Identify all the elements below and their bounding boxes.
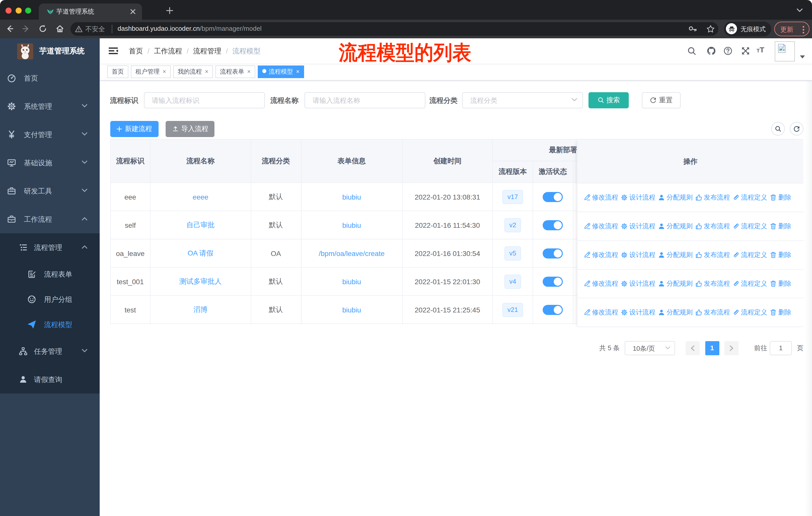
- tag-tenant[interactable]: 租户管理×: [131, 65, 171, 78]
- tag-home[interactable]: 首页: [107, 65, 128, 78]
- back-button[interactable]: [5, 24, 14, 33]
- action-assign-rule[interactable]: 分配规则: [658, 222, 693, 231]
- sidebar-item-user-group[interactable]: 用户分组: [0, 287, 100, 312]
- action-assign-rule[interactable]: 分配规则: [658, 279, 693, 288]
- github-icon[interactable]: [707, 46, 716, 55]
- search-button[interactable]: 搜索: [588, 92, 629, 108]
- version-badge[interactable]: v5: [504, 246, 521, 260]
- url-text[interactable]: dashboard.yudao.iocoder.cn/bpm/manager/m…: [118, 25, 262, 32]
- action-design-process[interactable]: 设计流程: [621, 222, 656, 231]
- action-edit-process[interactable]: 修改流程: [583, 250, 618, 260]
- action-design-process[interactable]: 设计流程: [621, 193, 656, 202]
- version-badge[interactable]: v17: [502, 190, 523, 204]
- col-header-category[interactable]: 流程分类: [251, 139, 301, 183]
- action-edit-process[interactable]: 修改流程: [583, 222, 618, 231]
- action-delete[interactable]: 删除: [770, 222, 791, 231]
- new-tab-button[interactable]: [166, 6, 174, 15]
- col-header-active-state[interactable]: 激活状态: [533, 161, 573, 183]
- avatar-caret-down-icon[interactable]: [800, 55, 805, 58]
- col-header-name[interactable]: 流程名称: [150, 139, 251, 183]
- form-info-link[interactable]: /bpm/oa/leave/create: [319, 249, 385, 257]
- action-publish-process[interactable]: 发布流程: [695, 308, 730, 317]
- tab-close-icon[interactable]: [129, 7, 137, 16]
- version-badge[interactable]: v2: [504, 218, 521, 232]
- col-header-form[interactable]: 表单信息: [301, 139, 403, 183]
- sidebar-item-infra[interactable]: 基础设施: [0, 148, 100, 177]
- process-name-link[interactable]: eeee: [193, 193, 208, 201]
- tag-close-icon[interactable]: ×: [205, 66, 208, 78]
- active-toggle[interactable]: [543, 276, 563, 287]
- tag-close-icon[interactable]: ×: [247, 66, 251, 78]
- action-publish-process[interactable]: 发布流程: [695, 222, 730, 231]
- active-toggle[interactable]: [543, 305, 563, 315]
- sidebar-item-task-mgmt[interactable]: 任务管理: [0, 337, 100, 365]
- breadcrumb-home[interactable]: 首页: [129, 47, 143, 55]
- filter-name-input[interactable]: 请输入流程名称: [304, 92, 425, 108]
- sidebar-item-payment[interactable]: 支付管理: [0, 120, 100, 148]
- action-publish-process[interactable]: 发布流程: [695, 250, 730, 260]
- toggle-search-button[interactable]: [771, 122, 785, 136]
- help-icon[interactable]: [723, 46, 732, 55]
- page-size-select[interactable]: 10条/页: [625, 341, 675, 355]
- forward-button[interactable]: [22, 24, 31, 33]
- current-page-button[interactable]: 1: [705, 341, 719, 355]
- action-delete[interactable]: 删除: [770, 279, 791, 288]
- filter-id-input[interactable]: 请输入流程标识: [144, 92, 265, 108]
- action-design-process[interactable]: 设计流程: [621, 250, 656, 260]
- home-button[interactable]: [55, 24, 64, 33]
- prev-page-button[interactable]: [686, 341, 700, 355]
- bookmark-star-icon[interactable]: [706, 25, 715, 33]
- active-toggle[interactable]: [543, 192, 563, 202]
- password-key-icon[interactable]: [689, 25, 697, 33]
- next-page-button[interactable]: [724, 341, 738, 355]
- sidebar-item-workflow[interactable]: 工作流程: [0, 205, 100, 233]
- action-assign-rule[interactable]: 分配规则: [658, 250, 693, 260]
- sidebar-item-process-form[interactable]: 流程表单: [0, 262, 100, 287]
- col-header-version[interactable]: 流程版本: [493, 161, 533, 183]
- breadcrumb-workflow[interactable]: 工作流程: [154, 47, 182, 55]
- tag-process-model[interactable]: 流程模型×: [258, 65, 304, 78]
- process-name-link[interactable]: 滔博: [194, 305, 208, 313]
- version-badge[interactable]: v4: [504, 274, 521, 289]
- sidebar-item-process-model[interactable]: 流程模型: [0, 312, 100, 337]
- active-toggle[interactable]: [543, 220, 563, 230]
- hamburger-icon[interactable]: [108, 46, 118, 55]
- import-process-button[interactable]: 导入流程: [166, 121, 215, 137]
- action-design-process[interactable]: 设计流程: [621, 279, 656, 288]
- traffic-light-zoom[interactable]: [25, 7, 31, 13]
- sidebar-item-devtools[interactable]: 研发工具: [0, 177, 100, 205]
- action-process-definition[interactable]: 流程定义: [732, 250, 767, 260]
- action-edit-process[interactable]: 修改流程: [583, 279, 618, 288]
- sidebar-item-leave-query[interactable]: 请假查询: [0, 365, 100, 393]
- security-label[interactable]: 不安全: [85, 25, 105, 34]
- goto-page-input[interactable]: 1: [770, 341, 792, 355]
- update-button[interactable]: 更新: [774, 21, 809, 36]
- tag-my-process[interactable]: 我的流程×: [173, 65, 213, 78]
- search-icon[interactable]: [687, 46, 696, 55]
- traffic-light-minimize[interactable]: [16, 7, 21, 13]
- sidebar-logo[interactable]: 芋道管理系统: [0, 38, 100, 64]
- avatar[interactable]: [775, 41, 794, 61]
- action-assign-rule[interactable]: 分配规则: [658, 193, 693, 202]
- form-info-link[interactable]: biubiu: [342, 306, 361, 314]
- form-info-link[interactable]: biubiu: [342, 277, 361, 286]
- tag-close-icon[interactable]: ×: [163, 66, 166, 78]
- action-edit-process[interactable]: 修改流程: [583, 193, 618, 202]
- action-publish-process[interactable]: 发布流程: [695, 279, 730, 288]
- process-name-link[interactable]: 测试多审批人: [179, 277, 222, 285]
- col-header-created[interactable]: 创建时间: [403, 139, 493, 183]
- action-delete[interactable]: 删除: [770, 250, 791, 260]
- browser-menu-kebab-icon[interactable]: [802, 25, 804, 33]
- form-info-link[interactable]: biubiu: [342, 193, 361, 201]
- reload-button[interactable]: [38, 24, 47, 33]
- action-process-definition[interactable]: 流程定义: [732, 279, 767, 288]
- sidebar-item-home[interactable]: 首页: [0, 64, 100, 92]
- security-warning-icon[interactable]: [75, 25, 82, 32]
- filter-category-select[interactable]: 流程分类: [462, 92, 583, 108]
- process-name-link[interactable]: OA 请假: [187, 249, 213, 257]
- version-badge[interactable]: v21: [502, 303, 523, 317]
- url-bar[interactable]: 不安全 dashboard.yudao.iocoder.cn/bpm/manag…: [70, 22, 718, 35]
- col-header-id[interactable]: 流程标识: [110, 139, 150, 183]
- font-size-icon[interactable]: TT: [757, 45, 764, 54]
- action-publish-process[interactable]: 发布流程: [695, 193, 730, 202]
